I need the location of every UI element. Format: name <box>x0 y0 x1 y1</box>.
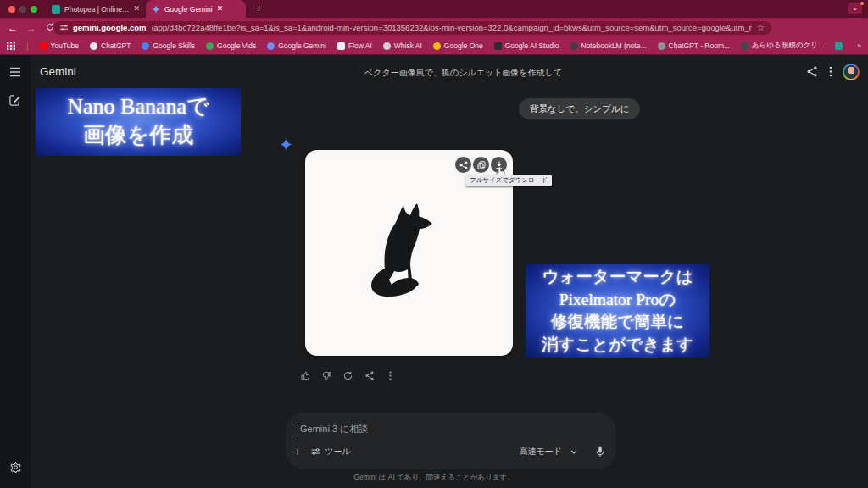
bookmark-item[interactable]: Flow AI <box>337 42 372 50</box>
copy-icon <box>477 161 486 169</box>
account-avatar[interactable] <box>843 64 860 80</box>
mode-selector[interactable]: 高速モード <box>520 446 562 458</box>
tab-google-gemini[interactable]: Google Gemini ✕ <box>146 0 246 18</box>
prompt-placeholder[interactable]: Gemini 3 に相談 <box>298 423 368 435</box>
thumbs-down-icon <box>322 371 331 380</box>
bookmark-label: YouTube <box>51 42 79 50</box>
bookmark-label: Google One <box>444 42 483 50</box>
bookmark-item[interactable]: Google AI Studio <box>494 42 559 50</box>
bookmark-item[interactable]: Google Vids <box>206 42 256 50</box>
tab-close-icon[interactable]: ✕ <box>217 5 224 13</box>
input-right-actions: 高速モード <box>0 446 616 458</box>
bookmark-item[interactable]: Google One <box>433 42 483 50</box>
regenerate-icon <box>343 371 353 380</box>
regenerate-button[interactable] <box>341 369 355 381</box>
bookmarks-bar: | YouTube ChatGPT Google Skills Google V… <box>0 37 868 55</box>
new-chat-icon[interactable] <box>9 95 20 106</box>
bookmark-favicon-icon <box>835 42 843 50</box>
url-host: gemini.google.com <box>73 23 147 32</box>
bookmark-favicon-icon <box>337 42 345 50</box>
close-window-button[interactable] <box>8 6 15 13</box>
watermark-line: 消すことができます <box>526 334 709 357</box>
zoom-window-button[interactable] <box>31 6 37 13</box>
tab-close-icon[interactable]: ✕ <box>133 5 140 13</box>
bookmark-label: NotebookLM (note... <box>581 42 647 50</box>
image-copy-button[interactable] <box>473 157 489 173</box>
notification-dot <box>860 2 864 5</box>
bookmark-item[interactable]: あらゆる規模のクリ... <box>741 41 824 51</box>
screen: Photopea | Online Photo Edit ✕ Google Ge… <box>0 0 868 488</box>
bookmark-label: あらゆる規模のクリ... <box>752 41 824 51</box>
image-share-button[interactable] <box>455 157 471 173</box>
response-action-row <box>298 369 398 381</box>
share-icon <box>459 161 468 169</box>
bookmark-item[interactable]: Google Gemini <box>267 42 326 50</box>
apps-grid-icon[interactable] <box>7 42 15 50</box>
bookmark-favicon-icon <box>267 42 275 50</box>
bookmarks-list: YouTube ChatGPT Google Skills Google Vid… <box>40 41 846 51</box>
video-title-overlay: Nano Bananaで 画像を作成 <box>36 88 241 156</box>
url-bar[interactable]: gemini.google.com /app/d4bc722a48ffe1be?… <box>53 21 771 35</box>
tab-photopea[interactable]: Photopea | Online Photo Edit ✕ <box>46 0 146 18</box>
conversation-menu-icon[interactable] <box>829 66 832 77</box>
bookmark-favicon-icon <box>206 42 214 50</box>
photopea-favicon-icon <box>52 5 60 14</box>
settings-gear-icon[interactable] <box>10 462 21 473</box>
tab-strip: Photopea | Online Photo Edit ✕ Google Ge… <box>0 0 868 18</box>
bookmark-item[interactable]: NotebookLM (note... <box>570 42 647 50</box>
bookmark-favicon-icon <box>40 42 47 50</box>
bookmark-favicon-icon <box>741 42 748 50</box>
title-line: 画像を作成 <box>36 121 241 150</box>
thumbs-up-button[interactable] <box>298 369 313 381</box>
share-conversation-icon[interactable] <box>807 66 817 77</box>
bookmark-favicon-icon <box>658 42 665 50</box>
bookmark-item[interactable]: ChatGPT <box>90 42 131 50</box>
browser-toolbar: ← → gemini.google.com /app/d4bc722a48ffe… <box>0 18 868 37</box>
bookmark-favicon-icon <box>433 42 441 50</box>
thumbs-down-button[interactable] <box>320 369 334 381</box>
bookmark-item[interactable]: Google Skills <box>142 42 195 50</box>
bookmark-label: Whisk AI <box>394 42 422 50</box>
tab-label: Google Gemini <box>164 5 213 14</box>
mic-icon[interactable] <box>596 446 604 458</box>
bookmark-label: Google AI Studio <box>505 42 559 50</box>
minimize-window-button[interactable] <box>19 6 26 13</box>
prompt-input-box[interactable] <box>286 413 616 469</box>
pinned-prompt-text: ベクター画像風で、狐のシルエット画像を作成して <box>364 67 562 79</box>
forward-button[interactable]: → <box>22 22 41 34</box>
back-button[interactable]: ← <box>3 22 22 34</box>
download-tooltip: フルサイズでダウンロード <box>465 175 552 186</box>
bookmark-label: Flow AI <box>348 42 372 50</box>
bookmark-star-icon[interactable]: ☆ <box>757 23 765 32</box>
site-settings-icon[interactable] <box>60 24 68 31</box>
title-line: Nano Bananaで <box>36 92 241 121</box>
watermark-line: Pixelmator Proの <box>526 289 709 312</box>
bookmark-label: ChatGPT <box>101 42 131 50</box>
share-response-icon <box>365 371 374 380</box>
disclaimer-text: Gemini は AI であり、間違えることがあります。 <box>0 473 868 483</box>
bookmark-item[interactable]: Photopea | オンラ... <box>835 41 846 51</box>
chevron-down-icon[interactable] <box>570 450 577 454</box>
bookmarks-separator: | <box>26 42 29 51</box>
thumbs-up-icon <box>301 371 310 380</box>
url-path: /app/d4bc722a48ffe1be?is_sa=1&is_sa=1&an… <box>152 23 752 32</box>
bookmark-label: Google Gemini <box>278 42 326 50</box>
bookmark-item[interactable]: Whisk AI <box>383 42 422 50</box>
share-response-button[interactable] <box>362 369 376 381</box>
user-message-bubble: 背景なしで、シンプルに <box>519 98 640 119</box>
bookmark-favicon-icon <box>90 42 97 50</box>
text-caret <box>298 424 298 435</box>
new-tab-button[interactable]: + <box>256 3 262 14</box>
bookmark-item[interactable]: ChatGPT - Room... <box>658 42 731 50</box>
bookmark-favicon-icon <box>142 42 149 50</box>
fox-silhouette-image <box>366 202 451 303</box>
bookmark-favicon-icon <box>494 42 502 50</box>
bookmark-item[interactable]: YouTube <box>40 42 79 50</box>
more-options-button[interactable] <box>383 369 398 381</box>
gemini-sidebar <box>0 55 31 488</box>
bookmarks-overflow-chevron[interactable]: » <box>857 42 861 50</box>
menu-icon[interactable] <box>9 67 21 77</box>
bookmark-favicon-icon <box>383 42 391 50</box>
watermark-line: ウォーターマークは <box>526 266 709 289</box>
gemini-title[interactable]: Gemini <box>40 65 76 78</box>
